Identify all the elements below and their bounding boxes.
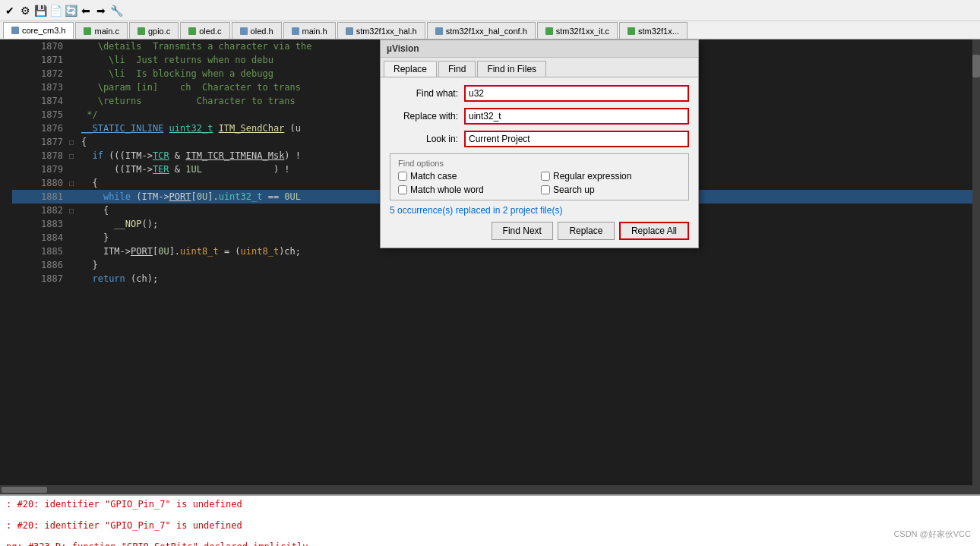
toolbar-check-icon[interactable]: ✔ (3, 4, 17, 17)
regular-expr-label: Regular expression (553, 171, 631, 181)
look-in-label: Look in: (390, 134, 458, 144)
match-whole-checkbox[interactable] (398, 185, 407, 194)
toolbar-save-icon[interactable]: 💾 (33, 4, 47, 17)
look-in-row: Look in: (390, 131, 689, 147)
find-options-box: Find options Match case Regular expressi… (390, 153, 689, 200)
match-whole-label: Match whole word (410, 185, 484, 195)
tab-icon-h2 (240, 27, 248, 35)
option-match-case: Match case (398, 171, 538, 181)
options-grid: Match case Regular expression Match whol… (398, 171, 681, 195)
tab-stm32-last[interactable]: stm32f1x... (619, 22, 688, 39)
tab-icon-h4 (346, 27, 353, 35)
search-up-checkbox[interactable] (541, 185, 550, 194)
tab-gpio-c[interactable]: gpio.c (129, 22, 179, 39)
option-match-whole: Match whole word (398, 185, 538, 195)
tab-stm32-it[interactable]: stm32f1xx_it.c (537, 22, 618, 39)
tab-main-h[interactable]: main.h (283, 22, 336, 39)
tab-replace[interactable]: Replace (384, 61, 437, 77)
dialog-body: Find what: Replace with: Look in: (381, 77, 698, 248)
vertical-scrollbar[interactable] (972, 39, 980, 485)
search-up-label: Search up (553, 185, 595, 195)
tab-find[interactable]: Find (438, 61, 476, 77)
tab-icon-c (84, 27, 91, 35)
find-what-input[interactable] (464, 85, 689, 102)
tab-icon-c4 (545, 27, 553, 35)
toolbar-gear-icon[interactable]: ⚙ (18, 4, 32, 17)
tab-core-cm3[interactable]: core_cm3.h (3, 22, 74, 39)
tab-icon-c3 (188, 27, 196, 35)
toolbar: ✔ ⚙ 💾 📄 🔄 ⬅ ➡ 🔧 (0, 0, 980, 21)
code-line-1886: 1886 } (12, 258, 972, 272)
horizontal-scrollbar[interactable] (0, 485, 980, 494)
bottom-panel: : #20: identifier "GPIO_Pin_7" is undefi… (0, 494, 980, 546)
bottom-line-4 (6, 531, 974, 541)
replace-button[interactable]: Replace (558, 222, 615, 240)
replace-all-button[interactable]: Replace All (619, 222, 689, 240)
find-next-button[interactable]: Find Next (492, 222, 553, 240)
fold-gutter (0, 39, 12, 485)
tab-main-c[interactable]: main.c (75, 22, 127, 39)
bottom-line-3: : #20: identifier "GPIO_Pin_7" is undefi… (6, 520, 974, 531)
bottom-line-5: pg: #323 D: function "GPIO_SetBits" decl… (6, 541, 974, 546)
tab-icon-h (11, 27, 19, 34)
find-options-title: Find options (398, 159, 681, 168)
dialog-overlay: µVision Replace Find Find in Files Find … (380, 39, 699, 248)
toolbar-back-icon[interactable]: ⬅ (79, 4, 93, 17)
toolbar-forward-icon[interactable]: ➡ (94, 4, 108, 17)
bottom-line-2 (6, 510, 974, 520)
toolbar-build-icon[interactable]: 🔧 (109, 4, 123, 17)
tab-stm32-hal[interactable]: stm32f1xx_hal.h (337, 22, 425, 39)
tab-icon-c2 (138, 27, 145, 35)
find-what-label: Find what: (390, 88, 458, 99)
tab-oled-c[interactable]: oled.c (180, 22, 229, 39)
find-what-row: Find what: (390, 85, 689, 102)
code-line-1887: 1887 return (ch); (12, 272, 972, 286)
bottom-line-1: : #20: identifier "GPIO_Pin_7" is undefi… (6, 499, 974, 510)
status-text: 5 occurrence(s) replaced in 2 project fi… (390, 205, 689, 216)
match-case-label: Match case (410, 171, 457, 181)
tab-icon-h3 (292, 27, 299, 35)
look-in-input[interactable] (464, 131, 689, 147)
tab-bar: core_cm3.h main.c gpio.c oled.c oled.h m… (0, 21, 980, 39)
option-search-up: Search up (541, 185, 681, 195)
regular-expr-checkbox[interactable] (541, 172, 550, 181)
watermark: CSDN @好家伙VCC (893, 529, 971, 540)
dialog-title: µVision (381, 40, 698, 58)
h-scrollbar-thumb[interactable] (2, 487, 47, 493)
replace-with-row: Replace with: (390, 108, 689, 125)
dialog-tabs: Replace Find Find in Files (381, 58, 698, 77)
replace-with-input[interactable] (464, 108, 689, 125)
tab-stm32-hal-conf[interactable]: stm32f1xx_hal_conf.h (427, 22, 536, 39)
toolbar-page-icon[interactable]: 📄 (49, 4, 62, 17)
tab-oled-h[interactable]: oled.h (232, 22, 282, 39)
option-regular-expr: Regular expression (541, 171, 681, 181)
toolbar-refresh-icon[interactable]: 🔄 (64, 4, 77, 17)
replace-with-label: Replace with: (390, 111, 458, 122)
replace-dialog: µVision Replace Find Find in Files Find … (380, 39, 699, 248)
scrollbar-thumb[interactable] (972, 55, 980, 77)
tab-icon-c5 (628, 27, 635, 35)
tab-icon-h5 (435, 27, 443, 35)
match-case-checkbox[interactable] (398, 172, 407, 181)
button-row: Find Next Replace Replace All (390, 222, 689, 240)
tab-find-in-files[interactable]: Find in Files (477, 61, 546, 77)
